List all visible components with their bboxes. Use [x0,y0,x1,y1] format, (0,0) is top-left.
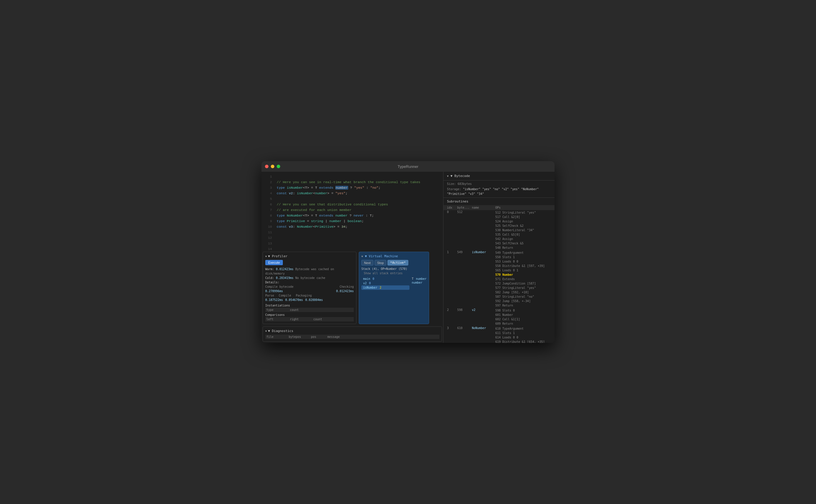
profiler-title: ▼ Profiler [268,254,287,258]
subroutine-3: 3 610 NoNumber 610 TypeArgument 611 Slot… [443,326,555,343]
code-lines: 1 2 // Here you can see in real-time wha… [261,172,443,251]
vm-t-label: T number [412,277,426,280]
code-line-13: 13 [261,241,443,246]
vm-panel: ▼ ▼ Virtual Machine Next Stop *Active* S… [359,252,429,324]
profiler-panel: ▼ ▼ Profiler Execute Warm: 0.012423ms By… [263,252,356,324]
subroutines-table-header: idx byte... name OPs [443,205,555,210]
instantiations-section: Instantiations type count [265,304,354,312]
instantiations-header: type count [265,308,354,312]
code-line-11: 11 [261,230,443,235]
profiler-triangle-icon: ▼ [265,255,267,258]
vm-stack-info: Stack (4), OP=Number (570) [361,267,426,270]
subroutine-0: 0 512 512 StringLiteral "yes" 517 Call &… [443,210,555,250]
code-line-5: 5 [261,196,443,202]
window-title: TypeRunner [398,164,419,169]
stack-area: main 0 v2 0 isNumber 2 [361,277,426,290]
code-line-14: 14 [261,246,443,251]
vm-buttons: Next Stop *Active* [361,260,426,265]
profiler-cold: Cold: 0.283419ms No bytecode cache [265,276,354,280]
code-line-7: 7 // are executed for each union member [261,207,443,213]
highlighted-op-570: 570 Number [495,273,551,277]
profiler-details-label: Details: [265,280,354,285]
code-line-3: 3 type isNumber<T> = T extends number ? … [261,185,443,191]
code-line-12: 12 [261,235,443,241]
bytecode-storage: Storage: "isNumber" "yes" "no" "v2" "yes… [447,187,551,196]
code-line-2: 2 // Here you can see in real-time what … [261,180,443,185]
subroutines-content: 0 512 512 StringLiteral "yes" 517 Call &… [443,210,555,343]
sub-0-ops: 512 StringLiteral "yes" 517 Call &2[0] 5… [495,210,551,250]
profiler-compile: Compile bytecode Checking [265,285,354,289]
profiler-header: ▼ ▼ Profiler [265,254,354,258]
comparisons-header: left right count [265,317,354,321]
sub-2-ops: 598 Slots 0 601 Number 602 Call &1[1] 60… [495,308,551,326]
main-area: 1 2 // Here you can see in real-time wha… [261,172,555,343]
left-panel: 1 2 // Here you can see in real-time wha… [261,172,443,343]
code-editor[interactable]: 1 2 // Here you can see in real-time wha… [261,172,443,251]
next-button[interactable]: Next [361,260,373,265]
bottom-panels: ▼ ▼ Profiler Execute Warm: 0.012423ms By… [261,251,443,343]
profiler-parse-vals: 0.187522ms 0.054670ms 0.028804ms [265,298,354,302]
diagnostics-table-header: file bytepos pos message [265,335,439,339]
traffic-lights [265,165,280,168]
bytecode-info: Size: 683bytes Storage: "isNumber" "yes"… [443,181,555,198]
diagnostics-title: ▼ Diagnostics [268,329,293,333]
vm-right-col: T number number [412,277,426,290]
subroutines-header: Subroutines [443,198,555,205]
code-line-1: 1 [261,174,443,180]
app-window: TypeRunner 1 2 // Here you can see in re… [261,161,555,343]
bytecode-panel: ▼ ▼ Bytecode Size: 683bytes Storage: "is… [443,172,555,343]
execute-button[interactable]: Execute [265,260,283,265]
active-tab[interactable]: *Active* [387,260,408,265]
code-line-10: 10 const v3: NoNumber<Primitive> = 34; [261,224,443,230]
bytecode-size: Size: 683bytes [447,182,551,186]
titlebar: TypeRunner [261,161,555,172]
maximize-button[interactable] [277,165,280,168]
bottom-row-diag: ▼ ▼ Diagnostics file bytepos pos message [261,325,443,343]
diagnostics-panel: ▼ ▼ Diagnostics file bytepos pos message [263,326,442,342]
code-line-6: 6 // Here you can see that distributive … [261,202,443,207]
stop-button[interactable]: Stop [375,260,387,265]
diag-triangle-icon: ▼ [265,330,267,333]
profiler-parse-row: Parse Compile Packaging [265,293,354,298]
code-line-9: 9 type Primitive = string | number | boo… [261,219,443,224]
comparisons-section: Comparisons left right count [265,313,354,321]
close-button[interactable] [265,165,268,168]
diagnostics-header: ▼ ▼ Diagnostics [265,329,439,333]
profiler-warm: Warm: 0.012423ms Bytecode was cached on … [265,267,354,276]
code-line-8: 8 type NoNumber<T> = T extends number ? … [261,213,443,219]
vm-title: ▼ Virtual Machine [365,254,398,258]
stack-frames: main 0 v2 0 isNumber 2 [361,277,409,290]
frame-v2[interactable]: v2 0 [361,281,409,285]
subroutine-1: 1 549 isNumber 549 TypeArgument 550 Slot… [443,250,555,308]
vm-header: ▼ ▼ Virtual Machine [361,254,426,258]
minimize-button[interactable] [271,165,274,168]
frame-main[interactable]: main 0 [361,277,409,281]
vm-num-val: number [412,280,426,284]
vm-triangle-icon: ▼ [361,255,363,258]
bytecode-triangle-icon: ▼ [447,175,448,178]
profiler-compile-vals: 0.270996ms 0.012423ms [265,289,354,293]
code-line-4: 4 const v2: isNumber<number> = "yes"; [261,191,443,196]
bytecode-header: ▼ ▼ Bytecode [443,172,555,181]
sub-1-ops: 549 TypeArgument 550 Slots 1 553 Loads 0… [495,251,551,308]
show-all-stack-button[interactable]: Show all stack entries [361,272,426,275]
subroutine-2: 2 598 v2 598 Slots 0 601 Number 602 Call… [443,308,555,326]
sub-3-ops: 610 TypeArgument 611 Slots 1 614 Loads 0… [495,326,551,343]
frame-isnumber[interactable]: isNumber 2 [361,285,409,290]
bottom-row-top: ▼ ▼ Profiler Execute Warm: 0.012423ms By… [261,251,443,325]
